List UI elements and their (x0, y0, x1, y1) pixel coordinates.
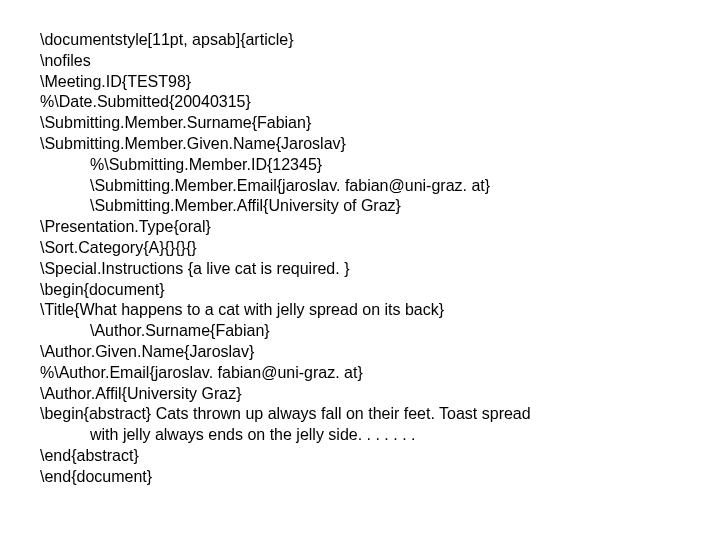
code-line: \begin{document} (40, 280, 680, 301)
code-line: \Author.Given.Name{Jaroslav} (40, 342, 680, 363)
code-line: \Author.Surname{Fabian} (40, 321, 680, 342)
code-line: \Submitting.Member.Given.Name{Jaroslav} (40, 134, 680, 155)
code-line: \Title{What happens to a cat with jelly … (40, 300, 680, 321)
code-line: \Submitting.Member.Surname{Fabian} (40, 113, 680, 134)
code-line: \Submitting.Member.Email{jaroslav. fabia… (40, 176, 680, 197)
code-line: \Presentation.Type{oral} (40, 217, 680, 238)
code-line: \nofiles (40, 51, 680, 72)
code-line: \end{abstract} (40, 446, 680, 467)
code-line: \Submitting.Member.Affil{University of G… (40, 196, 680, 217)
code-line: \Meeting.ID{TEST98} (40, 72, 680, 93)
code-line: \documentstyle[11pt, apsab]{article} (40, 30, 680, 51)
code-line: \begin{abstract} Cats thrown up always f… (40, 404, 680, 425)
code-line: \end{document} (40, 467, 680, 488)
code-line: \Special.Instructions {a live cat is req… (40, 259, 680, 280)
code-line: %\Submitting.Member.ID{12345} (40, 155, 680, 176)
code-line: \Sort.Category{A}{}{}{} (40, 238, 680, 259)
code-line: with jelly always ends on the jelly side… (40, 425, 680, 446)
code-line: %\Author.Email{jaroslav. fabian@uni-graz… (40, 363, 680, 384)
code-line: %\Date.Submitted{20040315} (40, 92, 680, 113)
code-line: \Author.Affil{University Graz} (40, 384, 680, 405)
